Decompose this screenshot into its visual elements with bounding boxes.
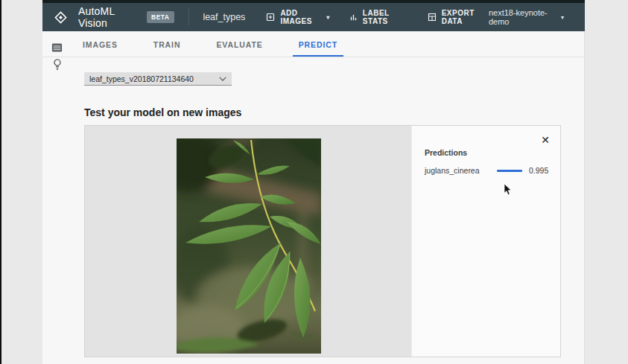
label-stats-label: LABEL STATS <box>363 9 408 25</box>
dataset-list-icon[interactable] <box>51 42 63 55</box>
table-grid-icon <box>428 13 437 22</box>
tab-bar: IMAGES TRAIN EVALUATE PREDICT <box>72 31 585 57</box>
predictions-panel: ✕ Predictions juglans_cinerea 0.995 <box>411 126 560 357</box>
tab-evaluate[interactable]: EVALUATE <box>206 31 273 57</box>
caret-down-icon: ▾ <box>326 14 330 21</box>
beta-badge: BETA <box>147 11 174 23</box>
project-switcher[interactable]: next18-keynote-demo ▾ <box>489 8 564 26</box>
dataset-title: leaf_types <box>203 12 245 22</box>
prediction-card: ✕ Predictions juglans_cinerea 0.995 <box>84 125 561 357</box>
project-name: next18-keynote-demo <box>489 8 556 26</box>
left-icon-rail <box>42 31 72 364</box>
close-icon[interactable]: ✕ <box>541 135 550 145</box>
app-bar: AutoML Vision BETA leaf_types ADD IMAGES… <box>42 3 585 31</box>
add-images-button[interactable]: ADD IMAGES ▾ <box>266 9 329 25</box>
appbar-divider <box>188 9 189 25</box>
section-heading: Test your model on new images <box>84 106 241 118</box>
appbar-top-line <box>42 0 585 3</box>
prediction-label: juglans_cinerea <box>425 166 480 175</box>
prediction-row: juglans_cinerea 0.995 <box>425 166 548 175</box>
prediction-score-bar <box>497 170 522 172</box>
add-images-label: ADD IMAGES <box>280 9 322 25</box>
lightbulb-icon[interactable] <box>53 59 62 74</box>
tabbar-border <box>42 57 585 57</box>
caret-down-icon: ▾ <box>561 14 564 21</box>
tab-images[interactable]: IMAGES <box>72 31 128 57</box>
label-stats-button[interactable]: LABEL STATS <box>349 9 408 25</box>
prediction-score-value: 0.995 <box>529 166 548 175</box>
screen-edge-strip <box>0 0 1 364</box>
model-version-select[interactable]: leaf_types_v20180721134640 <box>84 72 232 86</box>
uploaded-leaf-image[interactable] <box>177 138 321 354</box>
bar-chart-icon <box>349 13 358 22</box>
prediction-score-bar-fill <box>497 170 522 172</box>
model-version-value: leaf_types_v20180721134640 <box>89 74 194 83</box>
export-data-button[interactable]: EXPORT DATA <box>428 9 489 25</box>
predictions-title: Predictions <box>425 148 467 157</box>
mouse-cursor-icon <box>504 184 512 199</box>
tab-predict[interactable]: PREDICT <box>288 31 348 57</box>
add-box-icon <box>266 13 275 22</box>
app-title: AutoML Vision <box>78 5 138 29</box>
export-data-label: EXPORT DATA <box>442 9 489 25</box>
chevron-down-icon <box>219 77 226 81</box>
tab-train[interactable]: TRAIN <box>143 31 191 57</box>
automl-logo-icon[interactable] <box>54 11 67 24</box>
